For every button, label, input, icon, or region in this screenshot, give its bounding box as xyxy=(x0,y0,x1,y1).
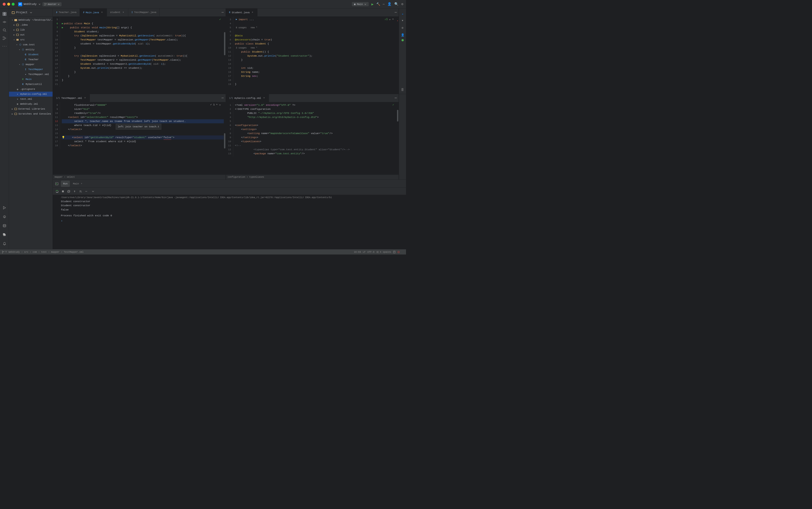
mybatis-config-editor[interactable]: 1 2 3 4 5 6 7 8 9 10 11 12 13 xyxy=(226,102,399,179)
tab-testmapper-java[interactable]: I TestMapper.java xyxy=(128,8,160,16)
testmapper-xml-editor[interactable]: 8 9 10 11 12 13 14 15 16 17 18 xyxy=(53,102,226,179)
main-console-tab-close[interactable]: × xyxy=(80,182,83,185)
tab-student-java[interactable]: C Student.java × xyxy=(226,8,258,16)
tree-item-gitignore[interactable]: ▶ ◉ .gitignore xyxy=(9,87,53,92)
console-content[interactable]: /Users/eve/Library/Java/JavaVirtualMachi… xyxy=(53,195,406,249)
file-type-status[interactable] xyxy=(393,251,396,253)
structure-icon[interactable] xyxy=(1,35,8,42)
tab-more-right[interactable]: ⋯ xyxy=(393,8,399,16)
main-config-label[interactable]: ▣ Main xyxy=(352,2,369,6)
tree-item-mybatisutil[interactable]: ▶ C MybatisUtil xyxy=(9,82,53,87)
mybatis-tab-close[interactable]: × xyxy=(263,97,266,100)
right-cloud-icon[interactable]: ☁ xyxy=(400,10,406,16)
tab-teacher-java[interactable]: J Teacher.java xyxy=(53,8,80,16)
tree-item-mybatis-config[interactable]: ▶ ✦ mybatis-config.xml xyxy=(9,92,53,97)
more-icon[interactable]: ··· xyxy=(1,43,8,50)
tree-item-out[interactable]: ▶ out xyxy=(9,32,53,37)
mybatis-scrollbar-thumb[interactable] xyxy=(397,110,398,122)
tree-item-main[interactable]: ▶ C Main xyxy=(9,77,53,82)
run-sidebar-icon[interactable] xyxy=(1,204,8,211)
close-button[interactable] xyxy=(3,3,6,6)
tab-main-java[interactable]: J Main.java × xyxy=(80,8,107,16)
mybatis-scrollbar[interactable] xyxy=(397,102,399,179)
main-java-editor[interactable]: 5 6 7 8 9 10 11 12 13 14 15 16 1 xyxy=(53,16,226,94)
build-button[interactable]: 🔨 xyxy=(376,2,380,6)
gradle-icon[interactable]: 🐘 xyxy=(1,231,8,238)
settings-button[interactable]: ⚙ xyxy=(401,2,403,6)
tree-item-ext-libs[interactable]: ▶ External Libraries xyxy=(9,106,53,111)
project-view-icon[interactable] xyxy=(1,10,8,18)
debug-icon[interactable] xyxy=(1,213,8,220)
minimize-button[interactable] xyxy=(7,3,10,6)
tree-item-lib[interactable]: ▶ lib xyxy=(9,27,53,32)
maximize-button[interactable] xyxy=(12,3,14,6)
tab-more-left-bottom[interactable]: ⋯ xyxy=(220,94,226,102)
notification-status[interactable] xyxy=(402,251,404,253)
editor-scrollbar[interactable] xyxy=(224,16,226,94)
branch-selector[interactable]: master xyxy=(42,2,62,6)
tree-item-webstudy-iml[interactable]: ▶ ▣ WebStudy.iml xyxy=(9,102,53,106)
find-icon[interactable] xyxy=(1,27,8,34)
run-gutter-7[interactable]: ▶ xyxy=(62,26,63,30)
tree-item-teacher[interactable]: ▶ C Teacher xyxy=(9,57,53,62)
run-gutter-6[interactable]: ▶ xyxy=(62,22,63,26)
notifications-icon[interactable] xyxy=(1,240,8,247)
tab-student[interactable]: student × xyxy=(107,8,128,16)
commit-icon[interactable] xyxy=(1,19,8,26)
title-dropdown-icon[interactable] xyxy=(38,3,41,5)
student-scrollbar[interactable] xyxy=(397,16,399,94)
main-tab-close[interactable]: × xyxy=(100,11,104,14)
tree-item-com-test[interactable]: ▾ ⬡ com.test xyxy=(9,42,53,47)
testmapper-xml-tab-close[interactable]: × xyxy=(83,97,87,100)
tree-item-idea[interactable]: ▶ .idea xyxy=(9,23,53,27)
tree-item-src[interactable]: ▾ src xyxy=(9,37,53,42)
tree-item-testmapper-xml[interactable]: ▶ ✦ TestMapper.xml xyxy=(9,72,53,77)
right-db-icon[interactable]: 🗄 xyxy=(400,87,406,93)
right-user-icon[interactable]: 👤 xyxy=(400,32,406,38)
tab-mybatis-config[interactable]: ⟨/⟩ mybatis-config.xml × xyxy=(226,94,269,102)
pin-button[interactable] xyxy=(72,189,77,194)
git-status-item[interactable]: V xyxy=(2,251,7,253)
line-col-status[interactable]: 16:69 xyxy=(354,251,361,253)
tab-more-right-bottom[interactable]: ⋯ xyxy=(393,94,399,102)
restore-button[interactable] xyxy=(66,189,71,194)
project-dropdown-icon[interactable] xyxy=(30,11,32,14)
console-tab-main[interactable]: Main × xyxy=(71,180,85,187)
right-plugin-icon[interactable]: ⚙ xyxy=(400,25,406,31)
rerun-button[interactable] xyxy=(55,189,60,194)
tree-item-text-xml[interactable]: ▶ ✦ text.xml xyxy=(9,97,53,102)
tree-item-entity[interactable]: ▾ ⬡ entity xyxy=(9,47,53,52)
status-breadcrumb[interactable]: WebStudy › src › com › test › mapper › T… xyxy=(8,251,83,253)
more-actions-button[interactable]: ⋯ xyxy=(383,2,385,6)
console-more-button[interactable]: ⋯ xyxy=(84,189,89,194)
profile-button[interactable]: 👤 xyxy=(387,2,392,6)
database-icon[interactable] xyxy=(1,222,8,229)
stop-button[interactable] xyxy=(61,189,65,194)
console-left-icon[interactable] xyxy=(55,181,59,186)
tab-more-left[interactable]: ⋯ xyxy=(220,8,226,16)
student-tab-close[interactable]: × xyxy=(122,11,125,14)
student-java-tab-close[interactable]: × xyxy=(251,11,254,14)
arrow-down-icon[interactable] xyxy=(92,190,95,193)
student-java-editor[interactable]: 3 4 5 6 7 8 9 10 11 12 13 14 15 xyxy=(226,16,399,94)
scrollbar-thumb[interactable] xyxy=(224,32,225,55)
console-tab-run[interactable]: Run xyxy=(61,180,70,187)
config-dropdown-icon[interactable] xyxy=(364,3,367,5)
search-button[interactable]: 🔍 xyxy=(394,2,399,6)
tree-item-mapper[interactable]: ▾ ⬡ mapper xyxy=(9,62,53,67)
indent-status[interactable]: 4 spaces xyxy=(376,251,391,253)
scroll-button[interactable] xyxy=(78,189,83,194)
run-button[interactable]: ▶ xyxy=(371,2,374,6)
line-sep-status[interactable]: LF xyxy=(363,251,366,253)
tree-item-testmapper-java[interactable]: ▶ I TestMapper xyxy=(9,67,53,72)
encoding-status[interactable]: UTF-8 xyxy=(367,251,375,253)
branch-dropdown-icon[interactable] xyxy=(58,3,60,5)
tree-item-student[interactable]: ▶ C Student xyxy=(9,52,53,57)
xml-scrollbar-thumb[interactable] xyxy=(224,133,225,149)
tree-item-webstudy[interactable]: ▾ WebStudy ~/Desktop/CS/Jav... xyxy=(9,18,53,23)
right-indicator-icon[interactable] xyxy=(402,39,404,41)
error-status[interactable] xyxy=(398,251,400,253)
tab-testmapper-xml[interactable]: ⟨/⟩ TestMapper.xml × xyxy=(53,94,90,102)
xml-scrollbar[interactable] xyxy=(224,102,226,179)
tree-item-scratches[interactable]: ▶ Scratches and Consoles xyxy=(9,111,53,116)
